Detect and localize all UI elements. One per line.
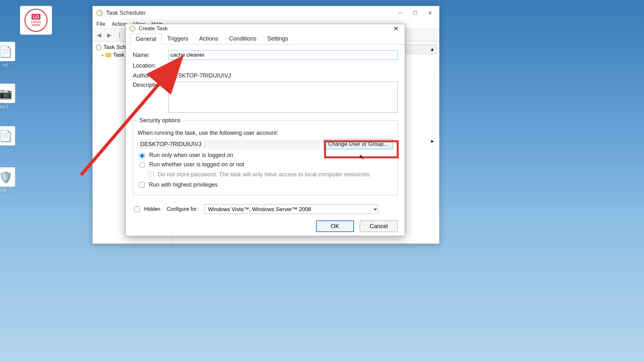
check-highest-priv-label: Run with highest privileges bbox=[149, 181, 218, 188]
title-bar[interactable]: Task Scheduler — ☐ ✕ bbox=[93, 6, 439, 20]
expand-arrow-icon[interactable]: ▸ bbox=[431, 138, 434, 144]
forward-icon[interactable]: ▶ bbox=[105, 31, 114, 40]
maximize-button[interactable]: ☐ bbox=[408, 8, 422, 18]
menu-file[interactable]: File bbox=[96, 21, 105, 27]
desktop-icon[interactable]: 📄 rd bbox=[0, 42, 20, 68]
tab-conditions[interactable]: Conditions bbox=[223, 33, 262, 44]
check-hidden[interactable]: Hidden bbox=[133, 205, 160, 213]
security-prompt: When running the task, use the following… bbox=[138, 130, 278, 136]
author-value: DESKTOP-7RIDUIU\VJ bbox=[168, 72, 398, 80]
check-hidden-input[interactable] bbox=[134, 206, 140, 212]
tab-actions[interactable]: Actions bbox=[194, 33, 223, 44]
name-label: Name: bbox=[133, 52, 164, 59]
folder-icon bbox=[105, 53, 111, 57]
desktop-icon[interactable]: 📷 ws-I... bbox=[0, 84, 20, 110]
tab-triggers[interactable]: Triggers bbox=[162, 33, 194, 44]
dialog-title: Create Task bbox=[139, 25, 389, 32]
tab-general[interactable]: General bbox=[130, 33, 162, 44]
change-user-button[interactable]: Change User or Group... bbox=[323, 139, 393, 149]
check-highest-priv[interactable]: Run with highest privileges bbox=[138, 181, 218, 189]
desktop-icon-label: nst... bbox=[0, 188, 11, 193]
tab-settings[interactable]: Settings bbox=[262, 33, 294, 44]
author-label: Author: bbox=[133, 72, 164, 79]
expand-icon[interactable]: › bbox=[102, 52, 104, 58]
security-legend: Security options bbox=[138, 117, 183, 124]
tab-strip: General Triggers Actions Conditions Sett… bbox=[126, 33, 405, 44]
check-no-password-label: Do not store password. The task will onl… bbox=[158, 171, 371, 178]
clock-icon bbox=[96, 10, 103, 16]
minimize-button[interactable]: — bbox=[393, 8, 408, 18]
radio-whether-label: Run whether user is logged on or not bbox=[149, 161, 244, 168]
radio-logged-on-input[interactable] bbox=[139, 153, 145, 159]
toolbar-separator: | bbox=[115, 31, 124, 40]
create-task-dialog: Create Task ✕ General Triggers Actions C… bbox=[125, 24, 405, 236]
description-label: Description: bbox=[133, 82, 164, 88]
configure-for-label: Configure for: bbox=[167, 206, 198, 212]
desktop-icon-label: rd bbox=[3, 62, 8, 68]
security-options-group: Security options When running the task, … bbox=[133, 117, 398, 195]
close-button[interactable]: ✕ bbox=[389, 24, 402, 33]
security-account: DESKTOP-7RIDUIU\VJ bbox=[138, 140, 320, 149]
desktop-icon[interactable]: 🛡️ nst... bbox=[0, 167, 20, 194]
radio-logged-on-label: Run only when user is logged on bbox=[149, 152, 233, 159]
clock-icon bbox=[130, 26, 135, 32]
desktop-background: 📄 rd 📷 ws-I... 📄 🛡️ nst... LG LOTUS GEEK… bbox=[0, 0, 644, 362]
name-input[interactable] bbox=[168, 50, 398, 60]
desktop-icon[interactable]: 📄 bbox=[0, 126, 20, 147]
collapse-icon[interactable]: ▴ bbox=[431, 46, 434, 52]
desktop-icon-label: ws-I... bbox=[0, 104, 12, 110]
window-title: Task Scheduler bbox=[106, 10, 393, 16]
menu-action[interactable]: Action bbox=[112, 21, 127, 27]
description-input[interactable] bbox=[168, 82, 398, 113]
location-value: \ bbox=[168, 62, 398, 70]
radio-whether-input[interactable] bbox=[139, 162, 145, 168]
close-button[interactable]: ✕ bbox=[422, 8, 437, 18]
radio-whether[interactable]: Run whether user is logged on or not bbox=[138, 161, 244, 168]
logo-badge: LG LOTUS GEEK bbox=[20, 6, 52, 35]
ok-button[interactable]: OK bbox=[316, 220, 354, 232]
back-icon[interactable]: ◀ bbox=[95, 31, 104, 40]
clock-icon bbox=[96, 44, 102, 50]
location-label: Location: bbox=[133, 62, 164, 69]
dialog-title-bar[interactable]: Create Task ✕ bbox=[126, 24, 405, 33]
check-no-password-input bbox=[148, 172, 154, 177]
check-highest-priv-input[interactable] bbox=[139, 182, 145, 188]
cancel-button[interactable]: Cancel bbox=[360, 220, 398, 232]
check-hidden-label: Hidden bbox=[144, 206, 160, 212]
check-no-password: Do not store password. The task will onl… bbox=[147, 171, 371, 178]
configure-for-select[interactable]: Windows Vista™, Windows Server™ 2008 bbox=[204, 204, 378, 214]
radio-logged-on[interactable]: Run only when user is logged on bbox=[138, 152, 233, 159]
